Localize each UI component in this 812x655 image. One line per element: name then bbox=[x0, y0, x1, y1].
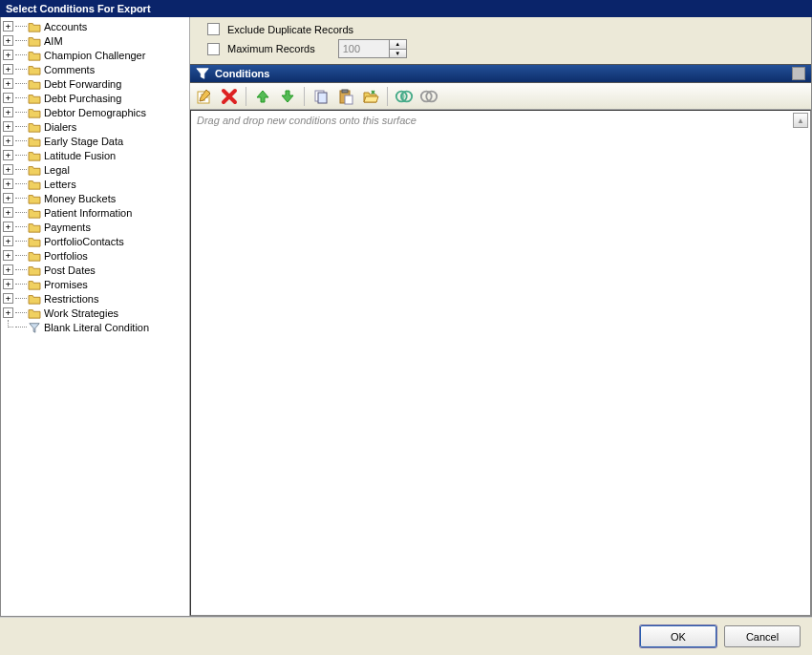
tree-folder-item[interactable]: + Champion Challenger bbox=[1, 48, 189, 62]
or-button[interactable] bbox=[418, 86, 439, 107]
folder-icon bbox=[28, 93, 41, 104]
tree-expander[interactable]: + bbox=[3, 179, 13, 189]
tree-folder-item[interactable]: + Debtor Demographics bbox=[1, 105, 189, 119]
folder-icon bbox=[28, 307, 41, 319]
max-records-input[interactable] bbox=[339, 40, 389, 57]
tree-folder-item[interactable]: + Comments bbox=[1, 62, 189, 76]
tree-folder-item[interactable]: + Restrictions bbox=[1, 291, 189, 306]
cancel-button[interactable]: Cancel bbox=[724, 625, 801, 647]
tree-expander[interactable]: + bbox=[3, 21, 13, 32]
edit-button[interactable] bbox=[194, 86, 215, 107]
spinner-down[interactable]: ▼ bbox=[390, 50, 406, 58]
tree-expander[interactable]: + bbox=[3, 121, 13, 132]
folder-icon bbox=[28, 121, 41, 133]
tree-item-label: Letters bbox=[44, 179, 76, 190]
tree-folder-item[interactable]: + Early Stage Data bbox=[1, 134, 189, 148]
window-title: Select Conditions For Export bbox=[6, 3, 151, 14]
tree-folder-item[interactable]: + Legal bbox=[1, 162, 189, 177]
tree-leaf-item[interactable]: Blank Literal Condition bbox=[1, 320, 189, 334]
tree-item-label: Portfolios bbox=[44, 250, 88, 262]
toolbar-separator bbox=[304, 87, 305, 106]
folder-icon bbox=[28, 264, 41, 276]
scroll-up-button[interactable]: ▲ bbox=[793, 113, 808, 128]
move-down-button[interactable] bbox=[277, 86, 298, 107]
tree-item-label: Promises bbox=[44, 279, 88, 290]
tree-folder-item[interactable]: + Patient Information bbox=[1, 205, 189, 220]
tree-folder-item[interactable]: + AIM bbox=[1, 33, 189, 48]
funnel-literal-icon bbox=[28, 322, 41, 333]
exclude-duplicates-row[interactable]: Exclude Duplicate Records bbox=[207, 23, 801, 35]
tree-folder-item[interactable]: + Latitude Fusion bbox=[1, 148, 189, 162]
tree-expander[interactable]: + bbox=[3, 293, 13, 304]
tree-folder-item[interactable]: + Dialers bbox=[1, 119, 189, 134]
paste-button[interactable] bbox=[335, 86, 356, 107]
right-panel: Exclude Duplicate Records Maximum Record… bbox=[190, 17, 811, 616]
folder-icon bbox=[28, 136, 41, 147]
tree-folder-item[interactable]: + Money Buckets bbox=[1, 191, 189, 205]
tree-expander[interactable]: + bbox=[3, 93, 13, 103]
tree-expander[interactable]: + bbox=[3, 50, 13, 60]
folder-open-icon bbox=[362, 88, 379, 105]
max-records-label: Maximum Records bbox=[227, 43, 315, 54]
tree-expander[interactable]: + bbox=[3, 193, 13, 203]
tree-folder-item[interactable]: + Debt Purchasing bbox=[1, 91, 189, 105]
tree-item-label: Legal bbox=[44, 164, 70, 176]
tree-expander[interactable]: + bbox=[3, 164, 13, 175]
tree-folder-item[interactable]: + Accounts bbox=[1, 19, 189, 33]
tree-expander[interactable]: + bbox=[3, 150, 13, 160]
tree-folder-item[interactable]: + Debt Forwarding bbox=[1, 76, 189, 91]
conditions-collapse-button[interactable] bbox=[792, 67, 805, 80]
tree-expander[interactable]: + bbox=[3, 207, 13, 218]
tree-folder-item[interactable]: + Portfolios bbox=[1, 248, 189, 263]
folder-icon bbox=[28, 35, 41, 47]
delete-button[interactable] bbox=[219, 86, 240, 107]
tree-expander[interactable]: + bbox=[3, 222, 13, 232]
tree-folder-item[interactable]: + Work Strategies bbox=[1, 306, 189, 320]
max-records-row[interactable]: Maximum Records ▲ ▼ bbox=[207, 39, 801, 58]
tree-expander[interactable]: + bbox=[3, 64, 13, 74]
conditions-drop-surface[interactable]: Drag and drop new conditions onto this s… bbox=[190, 110, 811, 616]
max-records-spinner[interactable]: ▲ ▼ bbox=[338, 39, 407, 58]
tree-folder-item[interactable]: + Post Dates bbox=[1, 263, 189, 277]
tree-item-label: Debt Forwarding bbox=[44, 78, 121, 90]
exclude-duplicates-checkbox[interactable] bbox=[207, 23, 220, 35]
max-records-checkbox[interactable] bbox=[207, 43, 220, 55]
svg-rect-5 bbox=[345, 95, 353, 104]
tree-folder-item[interactable]: + PortfolioContacts bbox=[1, 234, 189, 248]
svg-rect-2 bbox=[318, 93, 327, 103]
toolbar-separator bbox=[387, 87, 388, 106]
conditions-toolbar bbox=[190, 83, 811, 110]
tree-expander[interactable]: + bbox=[3, 264, 13, 275]
folder-icon bbox=[28, 222, 41, 233]
tree-folder-item[interactable]: + Letters bbox=[1, 177, 189, 191]
folder-icon bbox=[28, 64, 41, 75]
move-up-button[interactable] bbox=[252, 86, 273, 107]
and-icon bbox=[395, 89, 414, 104]
export-options: Exclude Duplicate Records Maximum Record… bbox=[190, 17, 811, 64]
tree-folder-item[interactable]: + Payments bbox=[1, 220, 189, 234]
exclude-duplicates-label: Exclude Duplicate Records bbox=[227, 24, 353, 35]
tree-expander[interactable]: + bbox=[3, 136, 13, 146]
tree-item-label: Work Strategies bbox=[44, 307, 118, 319]
and-button[interactable] bbox=[394, 86, 415, 107]
ok-button[interactable]: OK bbox=[640, 625, 716, 647]
tree-item-label: Comments bbox=[44, 64, 95, 75]
tree-folder-item[interactable]: + Promises bbox=[1, 277, 189, 291]
tree-expander[interactable]: + bbox=[3, 307, 13, 318]
spinner-up[interactable]: ▲ bbox=[390, 40, 406, 50]
conditions-tree[interactable]: + Accounts + AIM + Champion Challenger +… bbox=[1, 17, 190, 616]
copy-button[interactable] bbox=[310, 86, 331, 107]
tree-expander[interactable]: + bbox=[3, 250, 13, 261]
tree-item-label: PortfolioContacts bbox=[44, 236, 124, 247]
tree-item-label: Payments bbox=[44, 222, 91, 233]
tree-expander[interactable]: + bbox=[3, 107, 13, 117]
tree-expander[interactable]: + bbox=[3, 78, 13, 89]
group-folder-button[interactable] bbox=[360, 86, 381, 107]
tree-expander[interactable]: + bbox=[3, 279, 13, 289]
folder-icon bbox=[28, 50, 41, 61]
drop-hint-text: Drag and drop new conditions onto this s… bbox=[197, 115, 417, 126]
tree-expander[interactable]: + bbox=[3, 35, 13, 46]
tree-expander[interactable]: + bbox=[3, 236, 13, 246]
tree-item-label: Debtor Demographics bbox=[44, 107, 146, 118]
tree-item-label: AIM bbox=[44, 35, 63, 47]
